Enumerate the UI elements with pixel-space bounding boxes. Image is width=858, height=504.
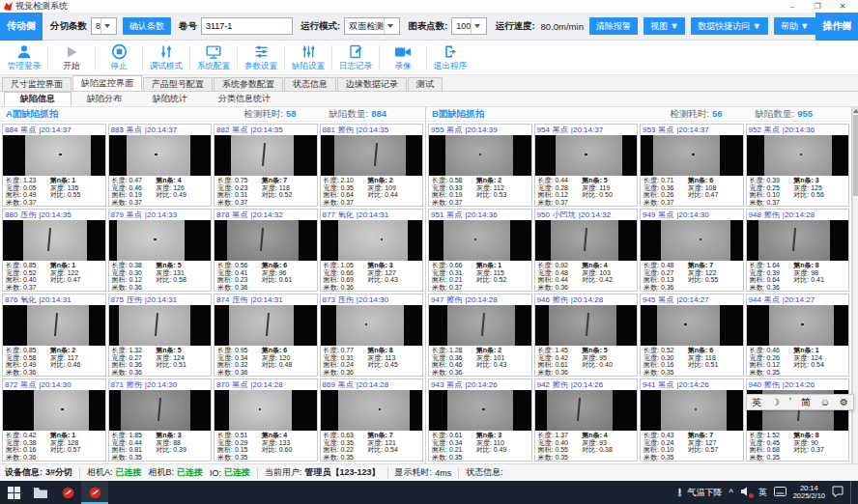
main-tab-3[interactable]: 产品型号配置 [143, 77, 213, 91]
defect-thumbnail[interactable] [214, 220, 317, 261]
ime-lang-toggle[interactable]: 英 [752, 398, 761, 407]
defect-thumbnail[interactable] [747, 220, 849, 261]
defect-thumbnail[interactable] [535, 220, 638, 261]
help-menu-button[interactable]: 帮助 ▼ [774, 17, 815, 35]
param-settings-button[interactable]: 参数设置 [239, 42, 283, 74]
view-menu-button[interactable]: 视图 ▼ [644, 17, 685, 35]
defect-cell[interactable]: 954黑点|20:14:37长度: 0.44宽度: 0.28面积: 0.12米数… [534, 124, 639, 207]
defect-cell[interactable]: 951黑点|20:14:36长度: 0.66宽度: 0.31面积: 0.21米数… [428, 209, 532, 292]
defect-cell[interactable]: 952黑点|20:14:36长度: 0.39宽度: 0.25面积: 0.10米数… [746, 124, 850, 207]
debug-mode-button[interactable]: 调试模式 [144, 42, 188, 74]
simplified-toggle[interactable]: 简 [801, 398, 811, 407]
defect-thumbnail[interactable] [109, 390, 212, 431]
gear-icon[interactable]: ⚙ [840, 398, 848, 407]
log-record-button[interactable]: 日志记录 [333, 42, 378, 74]
defect-cell[interactable]: 875压伤|20:14:31长度: 1.32宽度: 0.27面积: 0.36米数… [108, 294, 213, 377]
defect-cell[interactable]: 881擦伤|20:14:35长度: 2.10宽度: 0.35面积: 0.64米数… [320, 124, 424, 207]
defect-thumbnail[interactable] [3, 135, 105, 176]
close-icon[interactable]: ✕ [831, 1, 854, 13]
sub-tab-3[interactable]: 缺陷统计 [137, 92, 203, 106]
defect-cell[interactable]: 942擦伤|20:14:26长度: 1.37宽度: 0.40面积: 0.55米数… [534, 378, 639, 462]
defect-thumbnail[interactable] [109, 220, 212, 261]
main-tab-6[interactable]: 边缘数据记录 [337, 77, 407, 91]
defect-cell[interactable]: 877氧化|20:14:31长度: 1.05宽度: 0.66面积: 0.69米数… [320, 209, 424, 292]
defect-settings-button[interactable]: 缺陷设置 [286, 42, 330, 74]
main-tab-5[interactable]: 状态信息 [284, 77, 336, 91]
defect-thumbnail[interactable] [214, 135, 317, 176]
defect-cell[interactable]: 879黑点|20:14:33长度: 0.38宽度: 0.30面积: 0.12米数… [108, 209, 213, 292]
clear-alarm-button[interactable]: 清除报警 [589, 17, 638, 35]
defect-cell[interactable]: 943黑点|20:14:26长度: 0.61宽度: 0.34面积: 0.21米数… [428, 378, 532, 462]
start-button[interactable]: 开始 [49, 42, 94, 74]
defect-thumbnail[interactable] [747, 135, 849, 176]
defect-cell[interactable]: 941黑点|20:14:26长度: 0.43宽度: 0.24面积: 0.10米数… [640, 378, 744, 462]
inspection-app-button-active[interactable] [81, 481, 108, 504]
defect-cell[interactable]: 872黑点|20:14:30长度: 0.42宽度: 0.38面积: 0.16米数… [2, 378, 106, 462]
defect-cell[interactable]: 955黑点|20:14:39长度: 0.58宽度: 0.33面积: 0.19米数… [428, 124, 532, 207]
defect-thumbnail[interactable] [747, 305, 849, 346]
defect-thumbnail[interactable] [321, 135, 423, 176]
defect-thumbnail[interactable] [429, 135, 531, 176]
defect-cell[interactable]: 945黑点|20:14:27长度: 0.52宽度: 0.30面积: 0.16米数… [640, 294, 744, 377]
drive-side-button[interactable]: 传动侧 [0, 13, 43, 41]
recording-button[interactable]: 录像 [381, 42, 425, 74]
defect-cell[interactable]: 883黑点|20:14:37长度: 0.47宽度: 0.46面积: 0.19米数… [108, 124, 213, 207]
roll-number-input[interactable] [201, 17, 293, 35]
defect-cell[interactable]: 884黑点|20:14:37长度: 1.23宽度: 0.05面积: 0.49米数… [2, 124, 106, 207]
maximize-icon[interactable]: ❐ [806, 1, 829, 13]
defect-thumbnail[interactable] [214, 390, 317, 431]
defect-cell[interactable]: 874压伤|20:14:31长度: 0.95宽度: 0.34面积: 0.32米数… [214, 294, 318, 377]
defect-cell[interactable]: 871擦伤|20:14:30长度: 1.85宽度: 0.44面积: 0.81米数… [108, 378, 213, 462]
defect-thumbnail[interactable] [535, 305, 638, 346]
defect-thumbnail[interactable] [109, 135, 212, 176]
defect-cell[interactable]: 940擦伤|20:14:26长度: 1.52宽度: 0.45面积: 0.68米数… [746, 378, 850, 462]
punctuation-icon[interactable]: ’ [789, 398, 791, 407]
moon-icon[interactable]: ☽ [771, 398, 780, 407]
defect-thumbnail[interactable] [214, 305, 317, 346]
chart-points-select[interactable]: 100 [451, 17, 487, 35]
volume-icon[interactable] [740, 486, 752, 499]
inspection-app-button[interactable] [54, 481, 81, 504]
main-tab-1[interactable]: 尺寸监控界面 [2, 77, 72, 91]
defect-cell[interactable]: 880压伤|20:14:35长度: 0.85宽度: 0.52面积: 0.40米数… [2, 209, 106, 292]
defect-thumbnail[interactable] [641, 220, 743, 261]
run-mode-select[interactable]: 双面检测 [344, 17, 400, 35]
defect-cell[interactable]: 876氧化|20:14:31长度: 0.85宽度: 0.58面积: 0.49米数… [2, 294, 106, 377]
defect-cell[interactable]: 944黑点|20:14:27长度: 0.46宽度: 0.26面积: 0.12米数… [746, 294, 850, 377]
sub-tab-4[interactable]: 分类信息统计 [203, 92, 286, 106]
slit-count-select[interactable]: 8 [91, 17, 117, 35]
system-config-button[interactable]: 系统配置 [191, 42, 236, 74]
defect-cell[interactable]: 949黑点|20:14:30长度: 0.48宽度: 0.27面积: 0.13米数… [640, 209, 744, 292]
minimize-icon[interactable]: – [781, 1, 804, 13]
sub-tab-2[interactable]: 缺陷分布 [72, 92, 137, 106]
operator-side-button[interactable]: 操作侧 [815, 13, 858, 41]
defect-cell[interactable]: 878黑点|20:14:32长度: 0.56宽度: 0.41面积: 0.23米数… [214, 209, 318, 292]
file-explorer-button[interactable] [27, 481, 54, 504]
confirm-slit-button[interactable]: 确认条数 [123, 17, 171, 35]
clock[interactable]: 20:14 2025/2/10 [793, 485, 825, 501]
start-button[interactable] [0, 481, 27, 504]
defect-cell[interactable]: 948擦伤|20:14:28长度: 1.64宽度: 0.39面积: 0.64米数… [746, 209, 850, 292]
main-tab-2[interactable]: 缺陷监控界面 [72, 75, 142, 91]
defect-cell[interactable]: 870黑点|20:14:28长度: 0.51宽度: 0.29面积: 0.15米数… [214, 378, 318, 462]
stop-button[interactable]: 停止 [97, 42, 141, 74]
defect-cell[interactable]: 947擦伤|20:14:28长度: 1.28宽度: 0.36面积: 0.46米数… [428, 294, 532, 377]
weather-widget[interactable]: 气温下降 [675, 486, 722, 499]
ime-language-indicator[interactable]: 英 [758, 487, 767, 499]
defect-thumbnail[interactable] [641, 305, 743, 346]
exit-program-button[interactable]: 退出程序 [428, 42, 472, 74]
defect-thumbnail[interactable] [641, 390, 743, 431]
defect-thumbnail[interactable] [321, 220, 423, 261]
scroll-up-icon[interactable] [853, 107, 858, 114]
defect-thumbnail[interactable] [429, 220, 531, 261]
action-center-icon[interactable] [832, 486, 844, 499]
scrollbar-thumb[interactable] [853, 115, 858, 196]
show-desktop-strip[interactable] [850, 481, 854, 504]
tray-expand-chevron[interactable]: ^ [729, 488, 732, 497]
defect-thumbnail[interactable] [321, 305, 423, 346]
defect-cell[interactable]: 950小凹坑|20:14:32长度: 0.92宽度: 0.48面积: 0.44米… [534, 209, 639, 292]
defect-thumbnail[interactable] [109, 305, 212, 346]
defect-cell[interactable]: 946擦伤|20:14:28长度: 1.45宽度: 0.42面积: 0.61米数… [534, 294, 639, 377]
main-tab-4[interactable]: 系统参数配置 [214, 77, 283, 91]
defect-thumbnail[interactable] [535, 135, 638, 176]
